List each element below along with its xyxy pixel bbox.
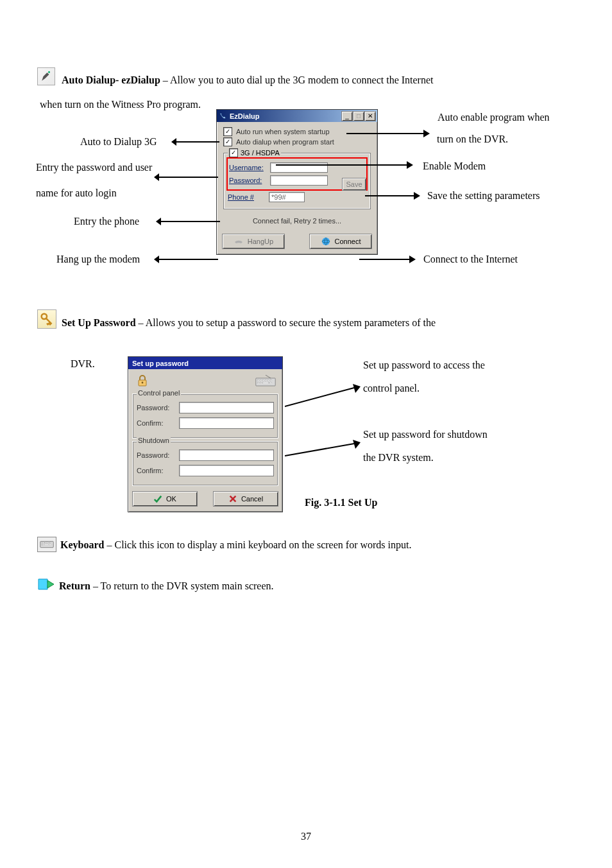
auto-run-checkbox[interactable]: ✓	[223, 127, 232, 136]
password-label: Password:	[229, 177, 268, 184]
callout-the-dvr-system: the DVR system.	[363, 452, 434, 464]
svg-rect-25	[262, 379, 264, 381]
return-heading: Return – To return to the DVR system mai…	[59, 580, 274, 592]
cp-confirm-input[interactable]	[179, 417, 274, 429]
modem-checkbox[interactable]: ✓	[229, 148, 238, 157]
setup-password-title: Set up password	[130, 360, 281, 367]
connect-button[interactable]: Connect	[309, 234, 372, 249]
username-label: Username:	[229, 164, 268, 171]
sd-password-input[interactable]	[179, 449, 274, 461]
globe-icon	[321, 236, 331, 247]
keyboard-icon[interactable]	[255, 374, 276, 388]
auto-dialup-heading: Auto Dialup- ezDialup – Allow you to aut…	[62, 74, 433, 86]
ezdialup-titlebar[interactable]: EzDialup _ □ ✕	[217, 110, 377, 122]
minimize-button[interactable]: _	[341, 111, 353, 121]
connect-label: Connect	[335, 238, 361, 245]
check-icon	[153, 494, 162, 503]
svg-marker-4	[423, 130, 430, 137]
ezdialup-title: EzDialup	[230, 112, 341, 120]
svg-rect-22	[256, 378, 275, 386]
auto-dial-label: Auto dialup when program start	[236, 138, 334, 146]
save-button[interactable]: Save	[342, 178, 366, 191]
svg-line-35	[285, 444, 354, 456]
keyboard-desc: – Click this icon to display a mini keyb…	[106, 539, 411, 550]
page-number: 37	[0, 831, 612, 842]
auto-dialup-icon	[37, 67, 55, 85]
phone-input[interactable]	[269, 192, 305, 202]
keyboard-box-icon	[40, 540, 54, 549]
auto-dial-checkbox[interactable]: ✓	[223, 137, 232, 146]
svg-rect-47	[44, 544, 48, 546]
close-button[interactable]: ✕	[364, 111, 376, 121]
arrow-save	[365, 191, 420, 200]
svg-rect-27	[268, 379, 269, 381]
set-up-password-title: Set Up Password	[62, 317, 136, 328]
callout-entry-pw-user: Entry the password and user	[36, 162, 152, 173]
status-line: Connect fail, Retry 2 times...	[223, 213, 371, 229]
svg-rect-43	[49, 542, 50, 544]
hangup-label: HangUp	[248, 238, 273, 245]
return-desc: – To return to the DVR system main scree…	[93, 580, 274, 591]
svg-rect-24	[260, 379, 261, 381]
svg-rect-46	[43, 544, 44, 546]
password-input[interactable]	[270, 175, 328, 186]
cancel-button[interactable]: Cancel	[213, 491, 278, 507]
arrow-cp	[285, 384, 361, 410]
password-icon	[37, 309, 56, 329]
auto-dialup-desc2: when turn on the Witness Pro program.	[40, 99, 201, 110]
callout-turn-on-dvr: turn on the DVR.	[437, 134, 508, 145]
callout-entry-phone: Entry the phone	[74, 216, 139, 227]
svg-rect-42	[47, 542, 49, 544]
svg-rect-45	[41, 544, 42, 546]
callout-save-params: Save the setting parameters	[427, 190, 540, 202]
svg-rect-23	[257, 379, 259, 381]
setup-password-titlebar[interactable]: Set up password	[128, 357, 282, 369]
hangup-button[interactable]: HangUp	[222, 234, 285, 249]
svg-point-1	[322, 238, 330, 245]
svg-rect-31	[262, 382, 269, 383]
sd-confirm-input[interactable]	[179, 465, 274, 476]
svg-rect-40	[44, 542, 46, 544]
keyboard-section-icon	[37, 537, 56, 552]
set-up-password-heading: Set Up Password – Allows you to setup a …	[62, 317, 436, 329]
auto-dialup-desc1: – Allow you to auto dial up the 3G modem…	[163, 74, 434, 85]
arrow-connect	[359, 255, 416, 264]
svg-rect-30	[260, 382, 261, 383]
keyboard-title: Keyboard	[60, 539, 104, 550]
pen-icon	[40, 71, 52, 82]
phone-icon	[218, 112, 227, 121]
ok-button[interactable]: OK	[132, 491, 198, 507]
callout-setup-pw-access: Set up password to access the	[363, 360, 485, 371]
cancel-label: Cancel	[241, 495, 263, 503]
svg-marker-12	[414, 192, 420, 200]
cp-confirm-label: Confirm:	[137, 419, 175, 427]
auto-run-label: Auto run when system startup	[236, 128, 330, 135]
x-icon	[228, 494, 237, 503]
phone-label: Phone #	[228, 193, 266, 201]
svg-marker-6	[171, 138, 176, 146]
setup-password-window: Set up password Control panel Password: …	[128, 356, 283, 512]
svg-rect-44	[51, 542, 52, 544]
modem-legend: 3G / HSDPA	[241, 149, 280, 157]
callout-setup-pw-shutdown: Set up password for shutdown	[363, 429, 488, 440]
callout-name-auto-login: name for auto login	[36, 187, 117, 199]
callout-hangup-modem: Hang up the modem	[56, 254, 140, 265]
lock-icon	[135, 373, 150, 390]
svg-marker-8	[154, 173, 159, 181]
maximize-button: □	[353, 111, 364, 121]
svg-point-21	[142, 382, 144, 384]
save-label: Save	[346, 180, 362, 188]
callout-control-panel: control panel.	[363, 383, 420, 394]
dvr-label: DVR.	[71, 358, 95, 370]
shutdown-legend: Shutdown	[137, 437, 171, 444]
sd-password-label: Password:	[137, 451, 175, 459]
svg-rect-28	[270, 379, 271, 381]
svg-rect-48	[49, 544, 51, 546]
svg-rect-26	[265, 379, 266, 381]
cp-password-input[interactable]	[179, 402, 274, 413]
auto-dialup-title: Auto Dialup- ezDialup	[62, 74, 160, 85]
fig-caption: Fig. 3-1.1 Set Up	[305, 497, 377, 508]
arrow-hangup	[154, 255, 218, 264]
cp-password-label: Password:	[137, 404, 175, 412]
callout-enable-modem: Enable Modem	[423, 161, 486, 172]
